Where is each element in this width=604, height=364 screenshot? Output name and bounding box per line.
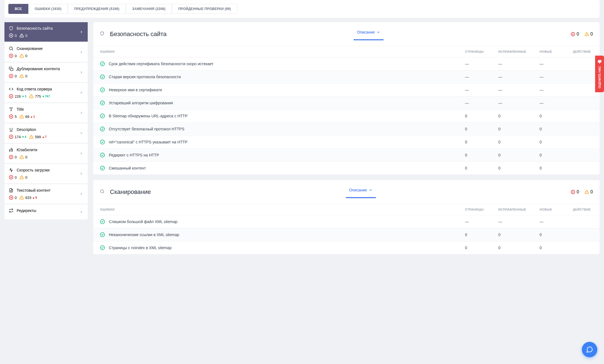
error-count: 174 xyxy=(15,135,21,139)
error-icon xyxy=(9,94,13,98)
new-count: — xyxy=(533,97,566,110)
action-cell xyxy=(566,97,600,110)
pages-count: — xyxy=(458,70,492,84)
action-cell xyxy=(566,136,600,149)
fixed-count: — xyxy=(492,97,533,110)
sidebar-item-label: Код ответа сервера xyxy=(17,87,52,91)
warning-count: 633 xyxy=(25,196,31,200)
sidebar-item-label: Редиректы xyxy=(17,208,36,213)
chevron-down-icon xyxy=(376,30,380,34)
error-name: Устаревший алгоритм шифрования xyxy=(109,101,173,105)
warning-icon xyxy=(19,54,24,58)
sidebar-item-label: Безопасность сайта xyxy=(17,26,53,31)
pages-count: — xyxy=(458,84,492,97)
action-cell xyxy=(566,110,600,123)
sidebar-item-label: Дублирование контента xyxy=(17,67,60,71)
new-count: 0 xyxy=(533,149,566,162)
error-name: Неверное имя в сертификате xyxy=(109,88,162,92)
fixed-count: 0 xyxy=(492,241,533,254)
sidebar-item-search[interactable]: Сканирование 0 0 xyxy=(4,42,88,62)
chevron-right-icon xyxy=(79,111,83,115)
table-row[interactable]: Страницы с noindex в XML sitemap 0 0 0 xyxy=(93,241,600,254)
sidebar-item-type[interactable]: Title 5 69▴ 1 xyxy=(4,103,88,123)
table-row[interactable]: Старая версия протокола безопасности — —… xyxy=(93,70,600,84)
underline-icon xyxy=(9,127,13,132)
error-count: 0 xyxy=(15,155,17,159)
tab-все[interactable]: ВСЕ xyxy=(8,4,28,14)
sidebar-item-text[interactable]: Текстовый контент 0 633▴ 9 xyxy=(4,184,88,204)
tab-предупреждения-5186-[interactable]: ПРЕДУПРЕЖДЕНИЯ (5186) xyxy=(68,4,126,14)
column-header: ОШИБКИ xyxy=(93,46,458,57)
error-count: 5 xyxy=(15,115,17,119)
new-count: 0 xyxy=(533,123,566,136)
section-shield: Безопасность сайта Описание 0 0 ОШИБКИСТ… xyxy=(93,22,600,175)
svg-point-40 xyxy=(22,158,22,158)
section-error-count: 0 xyxy=(577,189,579,194)
table-row[interactable]: Неканонические ссылки в XML sitemap 0 0 … xyxy=(93,228,600,241)
error-name: Редирект с HTTPS на HTTP xyxy=(109,153,159,157)
table-row[interactable]: Устаревший алгоритм шифрования — — — xyxy=(93,97,600,110)
feedback-button[interactable]: ОЦЕНИТЕ НАС xyxy=(595,55,604,92)
error-count: 0 xyxy=(15,54,17,58)
warning-icon xyxy=(19,195,24,200)
sidebar-item-copy[interactable]: Дублирование контента 0 0 xyxy=(4,63,88,82)
warning-count: 0 xyxy=(25,175,27,180)
pages-count: 0 xyxy=(458,162,492,175)
errors-table: ОШИБКИСТРАНИЦЫИСПРАВЛЕННЫЕНОВЫЕДЕЙСТВИЕ … xyxy=(93,46,600,175)
chevron-right-icon xyxy=(79,91,83,95)
shield-icon xyxy=(9,26,13,31)
error-count: 226 xyxy=(15,94,21,98)
check-icon xyxy=(100,127,105,132)
table-row[interactable]: Отсутствует безопасный протокол HTTPS 0 … xyxy=(93,123,600,136)
table-row[interactable]: Редирект с HTTPS на HTTP 0 0 0 xyxy=(93,149,600,162)
warning-count: 0 xyxy=(25,74,27,78)
description-tab[interactable]: Описание xyxy=(346,186,376,198)
chevron-right-icon xyxy=(79,151,83,155)
svg-point-52 xyxy=(22,198,22,199)
section-error-count: 0 xyxy=(577,32,579,37)
column-header: ИСПРАВЛЕННЫЕ xyxy=(492,204,533,215)
action-cell xyxy=(566,162,600,175)
error-count: 0 xyxy=(15,196,17,200)
tab-ошибки-1830-[interactable]: ОШИБКИ (1830) xyxy=(28,4,68,14)
sidebar-item-sparkle[interactable]: Юзабилити 0 0 xyxy=(4,144,88,163)
warning-icon xyxy=(19,155,24,159)
fixed-count: 0 xyxy=(492,123,533,136)
error-count: 0 xyxy=(15,175,17,180)
table-row[interactable]: Неверное имя в сертификате — — — xyxy=(93,84,600,97)
tab-замечания-2206-[interactable]: ЗАМЕЧАНИЯ (2206) xyxy=(126,4,172,14)
search-icon xyxy=(100,189,105,195)
sidebar-item-shield[interactable]: Безопасность сайта 0 0 xyxy=(4,22,88,42)
tab-пройденные-проверки-89-[interactable]: ПРОЙДЕННЫЕ ПРОВЕРКИ (89) xyxy=(172,4,237,14)
new-count: — xyxy=(533,70,566,84)
table-row[interactable]: rel="canonical" с HTTPS указывает на HTT… xyxy=(93,136,600,149)
table-row[interactable]: Срок действия сертификата безопасности с… xyxy=(93,57,600,70)
sidebar-item-underline[interactable]: Description 174▾ 4 599▴ 7 xyxy=(4,123,88,143)
table-row[interactable]: Слишком большой файл XML sitemap — — — xyxy=(93,215,600,228)
table-row[interactable]: В Sitemap обнаружены URL-адреса с HTTP 0… xyxy=(93,110,600,123)
thumbs-up-icon xyxy=(597,59,602,64)
column-header: ОШИБКИ xyxy=(93,204,458,215)
fixed-count: — xyxy=(492,84,533,97)
fixed-count: 0 xyxy=(492,162,533,175)
warning-icon xyxy=(19,74,24,78)
sidebar-item-redirect[interactable]: Редиректы xyxy=(4,204,88,219)
check-icon xyxy=(100,74,105,79)
column-header: НОВЫЕ xyxy=(533,46,566,57)
svg-point-34 xyxy=(31,138,32,138)
svg-point-35 xyxy=(11,148,11,148)
section-warning-count: 0 xyxy=(590,189,593,194)
sidebar-item-speed[interactable]: Скорость загрузки 0 0 xyxy=(4,164,88,183)
fixed-count: 0 xyxy=(492,136,533,149)
warning-icon xyxy=(585,190,589,194)
svg-point-72 xyxy=(587,193,587,193)
description-tab[interactable]: Описание xyxy=(354,28,384,40)
new-count: 0 xyxy=(533,162,566,175)
sidebar-item-code[interactable]: Код ответа сервера 226▾ 3 775▾ 767 xyxy=(4,83,88,102)
new-count: 0 xyxy=(533,228,566,241)
action-cell xyxy=(566,241,600,254)
svg-point-10 xyxy=(22,57,22,57)
feedback-label: ОЦЕНИТЕ НАС xyxy=(598,66,601,88)
table-row[interactable]: Смешанный контент 0 0 0 xyxy=(93,162,600,175)
action-cell xyxy=(566,228,600,241)
